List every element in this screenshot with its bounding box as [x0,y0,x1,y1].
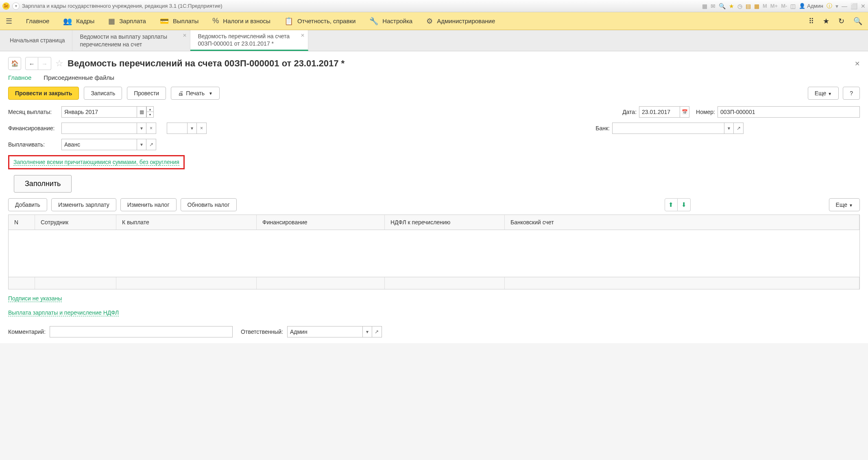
titlebar: 1c ▾ Зарплата и кадры государственного у… [0,0,868,12]
bank-input[interactable] [612,123,724,134]
pay-label: Выплачивать: [8,141,59,148]
financing-clear-icon[interactable]: × [146,123,156,134]
main-menu: ☰ Главное 👥Кадры ▦Зарплата 💳Выплаты %Нал… [0,12,868,30]
col-bank[interactable]: Банковский счет [505,215,859,230]
favorite-icon[interactable]: ☆ [55,58,63,69]
close-icon[interactable]: ✕ [301,33,305,38]
menu-taxes[interactable]: %Налоги и взносы [212,17,270,25]
wallet-icon: 💳 [160,17,169,26]
page: 🏠 ← → ☆ Ведомость перечислений на счета … [0,51,868,343]
responsible-label: Ответственный: [241,329,283,335]
history-icon[interactable]: ↻ [838,17,844,26]
change-salary-button[interactable]: Изменить зарплату [51,198,116,211]
more-button[interactable]: Еще▼ [808,87,839,100]
clock-icon[interactable]: ◷ [737,3,742,9]
star-icon[interactable]: ★ [729,3,734,9]
subtab-main[interactable]: Главное [8,74,31,81]
col-n[interactable]: N [9,215,35,230]
financing-dropdown-icon[interactable]: ▾ [137,123,146,134]
post-close-button[interactable]: Провести и закрыть [8,87,79,100]
month-picker-icon[interactable]: ▦ [137,106,146,118]
minimize-icon[interactable]: — [842,3,847,9]
menu-settings[interactable]: 🔧Настройка [369,17,412,26]
menu-hr[interactable]: 👥Кадры [63,17,94,26]
user-label[interactable]: 👤 Админ [799,3,823,9]
close-icon[interactable]: ✕ [183,33,187,38]
apps-icon[interactable]: ⠿ [809,17,814,26]
people-icon: 👥 [63,17,72,26]
tb-icon-2[interactable]: ✉ [711,3,715,9]
table-more-button[interactable]: Еще▼ [829,198,860,211]
gear-icon: ⚙ [426,17,433,26]
signatures-link[interactable]: Подписи не указаны [8,295,62,302]
window-close-icon[interactable]: ✕ [861,3,866,9]
hamburger-icon[interactable]: ☰ [6,17,12,26]
m-icon[interactable]: M [763,3,767,9]
print-button[interactable]: 🖨Печать▼ [171,87,220,100]
month-down-icon[interactable]: ▼ [146,112,154,118]
bank-dropdown-icon[interactable]: ▾ [724,123,734,134]
search-icon[interactable]: 🔍 [853,17,862,26]
comment-input[interactable] [50,326,233,337]
pay-open-icon[interactable]: ↗ [146,139,156,150]
menu-salary[interactable]: ▦Зарплата [108,17,146,26]
financing-input[interactable] [61,123,137,134]
menu-payments[interactable]: 💳Выплаты [160,17,198,26]
month-input[interactable] [61,106,137,118]
date-picker-icon[interactable]: 📅 [680,106,689,118]
menu-main[interactable]: Главное [26,18,49,24]
bank-open-icon[interactable]: ↗ [734,123,744,134]
col-ndfl[interactable]: НДФЛ к перечислению [385,215,505,230]
forward-button[interactable]: → [38,57,51,70]
report-icon: 📋 [284,17,293,26]
move-up-button[interactable]: ⬆ [665,198,678,211]
tb-icon-3[interactable]: 🔍 [719,3,726,9]
number-input[interactable] [718,106,860,118]
update-tax-button[interactable]: Обновить налог [181,198,237,211]
pay-input[interactable] [61,139,137,150]
fill-settings-link[interactable]: Заполнение всеми причитающимися суммами,… [13,159,179,166]
panel-icon[interactable]: ◫ [790,3,796,9]
add-button[interactable]: Добавить [8,198,47,211]
fav-icon[interactable]: ★ [823,17,829,26]
menu-reports[interactable]: 📋Отчетность, справки [284,17,355,26]
financing2-clear-icon[interactable]: × [197,123,207,134]
write-button[interactable]: Записать [84,87,122,100]
help-button[interactable]: ? [843,87,860,100]
fill-button[interactable]: Заполнить [14,175,72,193]
move-down-button[interactable]: ⬇ [678,198,691,211]
col-payment[interactable]: К выплате [116,215,257,230]
menu-admin[interactable]: ⚙Администрирование [426,17,495,26]
number-label: Номер: [696,109,715,115]
maximize-icon[interactable]: ⬜ [851,3,857,9]
responsible-input[interactable] [287,326,362,337]
col-financing[interactable]: Финансирование [257,215,385,230]
financing2-dropdown-icon[interactable]: ▾ [187,123,197,134]
col-employee[interactable]: Сотрудник [35,215,116,230]
table-body[interactable] [9,230,859,277]
month-up-icon[interactable]: ▲ [146,106,154,112]
pay-dropdown-icon[interactable]: ▾ [137,139,146,150]
post-button[interactable]: Провести [127,87,166,100]
home-button[interactable]: 🏠 [8,57,21,70]
financing2-input[interactable] [167,123,187,134]
tab-doc[interactable]: Ведомость перечислений на счета 00ЗП-000… [190,30,308,51]
responsible-open-icon[interactable]: ↗ [372,326,382,337]
date-input[interactable] [639,106,680,118]
calendar-icon[interactable]: ▦ [754,3,759,9]
m-minus-icon[interactable]: M- [781,3,787,9]
info-icon[interactable]: ⓘ [827,2,832,10]
back-button[interactable]: ← [25,57,38,70]
subtab-files[interactable]: Присоединенные файлы [44,74,114,81]
tab-start[interactable]: Начальная страница [2,30,72,51]
responsible-dropdown-icon[interactable]: ▾ [362,326,372,337]
tb-icon-1[interactable]: ▦ [702,3,707,9]
titlebar-dropdown-icon[interactable]: ▾ [12,2,20,10]
dropdown-icon[interactable]: ▾ [835,3,838,9]
m-plus-icon[interactable]: M+ [770,3,778,9]
calc-icon[interactable]: ▤ [746,3,751,9]
page-close-icon[interactable]: ✕ [855,60,860,68]
ndfl-link[interactable]: Выплата зарплаты и перечисление НДФЛ [8,309,119,316]
change-tax-button[interactable]: Изменить налог [120,198,177,211]
tab-list[interactable]: Ведомости на выплату зарплаты перечислен… [72,30,190,51]
